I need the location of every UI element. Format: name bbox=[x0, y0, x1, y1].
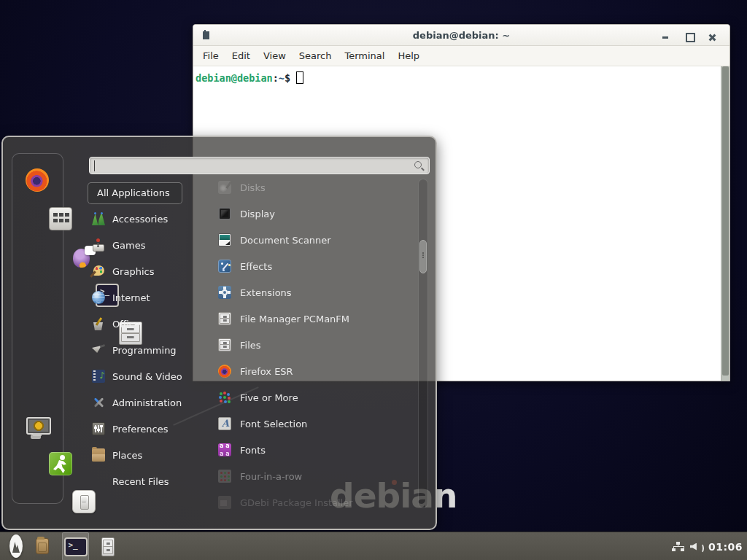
app-effects[interactable]: Effects bbox=[208, 253, 414, 279]
fourinarow-icon bbox=[218, 470, 231, 483]
applications-scrollbar-thumb[interactable] bbox=[419, 240, 427, 273]
search-input[interactable] bbox=[89, 157, 430, 174]
prompt-path: ~ bbox=[279, 72, 285, 84]
category-label: Accessories bbox=[112, 214, 168, 225]
taskbar-launcher-terminal[interactable] bbox=[62, 532, 89, 560]
taskbar-launcher-menu[interactable] bbox=[4, 534, 28, 558]
logout-button[interactable] bbox=[49, 452, 72, 475]
app-firefox-esr[interactable]: Firefox ESR bbox=[208, 358, 414, 384]
folder-icon bbox=[36, 538, 49, 554]
app-label: File Manager PCManFM bbox=[240, 314, 349, 324]
category-graphics[interactable]: Graphics bbox=[86, 258, 206, 284]
terminal-cursor bbox=[296, 71, 303, 84]
app-gdebi-package-installer[interactable]: GDebi Package Installer bbox=[208, 489, 414, 512]
app-label: Document Scanner bbox=[240, 235, 331, 246]
applications-scrollbar[interactable] bbox=[418, 179, 428, 508]
system-tray: 01:06 bbox=[672, 532, 743, 560]
application-menu: All Applications Accessories Games Graph… bbox=[1, 136, 437, 530]
category-recent-files[interactable]: Recent Files bbox=[86, 468, 206, 494]
app-display[interactable]: Display bbox=[208, 201, 414, 227]
terminal-scrollbar-thumb[interactable] bbox=[722, 66, 729, 376]
terminal-menubar: FileEditViewSearchTerminalHelp bbox=[193, 46, 729, 66]
app-label: Effects bbox=[240, 261, 272, 272]
extensions-icon bbox=[218, 286, 231, 299]
effects-icon bbox=[218, 260, 231, 273]
volume-icon[interactable] bbox=[690, 541, 703, 553]
category-label: Games bbox=[112, 240, 145, 251]
menubar-item-help[interactable]: Help bbox=[391, 47, 426, 64]
menubar-item-file[interactable]: File bbox=[196, 47, 225, 64]
administration-icon bbox=[92, 396, 105, 409]
app-five-or-more[interactable]: Five or More bbox=[208, 384, 414, 411]
desktop: debian debian@debian: ~ FileEditViewSear… bbox=[0, 0, 747, 560]
clock[interactable]: 01:06 bbox=[708, 541, 743, 553]
app-file-manager-pcmanfm[interactable]: File Manager PCManFM bbox=[208, 306, 414, 332]
maximize-icon[interactable] bbox=[677, 28, 700, 43]
app-disks[interactable]: Disks bbox=[208, 179, 414, 201]
applications-list: Disks Display Document Scanner Effects E… bbox=[208, 179, 414, 512]
graphics-icon bbox=[92, 265, 105, 278]
category-label: Recent Files bbox=[112, 476, 169, 487]
menubar-item-view[interactable]: View bbox=[257, 47, 293, 64]
internet-icon bbox=[92, 291, 105, 304]
category-office[interactable]: Office bbox=[86, 311, 206, 337]
terminal-icon bbox=[64, 537, 88, 556]
taskbar: 01:06 bbox=[0, 532, 747, 560]
fonts-icon bbox=[218, 443, 231, 456]
close-icon[interactable] bbox=[700, 28, 724, 43]
accessories-icon bbox=[92, 212, 105, 225]
fontselection-icon bbox=[218, 417, 231, 430]
app-label: Fonts bbox=[240, 445, 266, 456]
terminal-titlebar[interactable]: debian@debian: ~ bbox=[193, 25, 729, 46]
window-controls bbox=[654, 28, 724, 43]
category-administration[interactable]: Administration bbox=[86, 389, 206, 416]
app-document-scanner[interactable]: Document Scanner bbox=[208, 227, 414, 253]
disks-icon bbox=[218, 181, 231, 194]
minimize-icon[interactable] bbox=[654, 28, 677, 43]
category-games[interactable]: Games bbox=[86, 232, 206, 258]
app-label: Font Selection bbox=[240, 419, 307, 429]
category-label: Programming bbox=[112, 345, 177, 356]
taskbar-launcher-file-manager[interactable] bbox=[33, 538, 52, 554]
category-programming[interactable]: Programming bbox=[86, 337, 206, 363]
app-label: Files bbox=[240, 340, 261, 351]
favorites-panel bbox=[12, 153, 63, 504]
app-extensions[interactable]: Extensions bbox=[208, 279, 414, 306]
category-label: Sound & Video bbox=[112, 371, 182, 382]
favorite-firefox[interactable] bbox=[26, 168, 49, 192]
prompt-separator: : bbox=[273, 72, 279, 84]
cabinet-icon bbox=[101, 537, 115, 556]
menubar-item-edit[interactable]: Edit bbox=[225, 47, 257, 64]
fiveormore-icon bbox=[218, 391, 231, 404]
menubar-item-search[interactable]: Search bbox=[293, 47, 338, 64]
favorite-character-map[interactable] bbox=[49, 207, 72, 230]
lock-screen-button[interactable] bbox=[26, 415, 49, 438]
cabinet-icon bbox=[218, 312, 231, 325]
preferences-icon bbox=[92, 422, 105, 435]
app-label: Firefox ESR bbox=[240, 366, 293, 377]
network-icon[interactable] bbox=[672, 542, 685, 552]
category-label: Internet bbox=[112, 292, 150, 303]
cabinet-icon bbox=[218, 338, 231, 351]
category-preferences[interactable]: Preferences bbox=[86, 416, 206, 442]
office-icon bbox=[92, 317, 105, 330]
app-font-selection[interactable]: Font Selection bbox=[208, 411, 414, 437]
scanner-icon bbox=[218, 233, 231, 246]
category-sound-video[interactable]: Sound & Video bbox=[86, 363, 206, 389]
app-label: Four-in-a-row bbox=[240, 471, 302, 482]
taskbar-launcher-files[interactable] bbox=[98, 537, 117, 556]
category-label: Preferences bbox=[112, 424, 168, 435]
app-files[interactable]: Files bbox=[208, 332, 414, 358]
app-fonts[interactable]: Fonts bbox=[208, 437, 414, 463]
places-icon bbox=[92, 448, 105, 462]
app-label: Display bbox=[240, 209, 275, 219]
all-applications-button[interactable]: All Applications bbox=[88, 182, 182, 204]
category-accessories[interactable]: Accessories bbox=[86, 206, 206, 232]
app-label: Five or More bbox=[240, 392, 298, 403]
category-places[interactable]: Places bbox=[86, 442, 206, 468]
soundvideo-icon bbox=[92, 370, 105, 383]
menubar-item-terminal[interactable]: Terminal bbox=[338, 47, 391, 64]
app-four-in-a-row[interactable]: Four-in-a-row bbox=[208, 463, 414, 489]
terminal-scrollbar[interactable] bbox=[721, 66, 729, 381]
category-internet[interactable]: Internet bbox=[86, 284, 206, 311]
